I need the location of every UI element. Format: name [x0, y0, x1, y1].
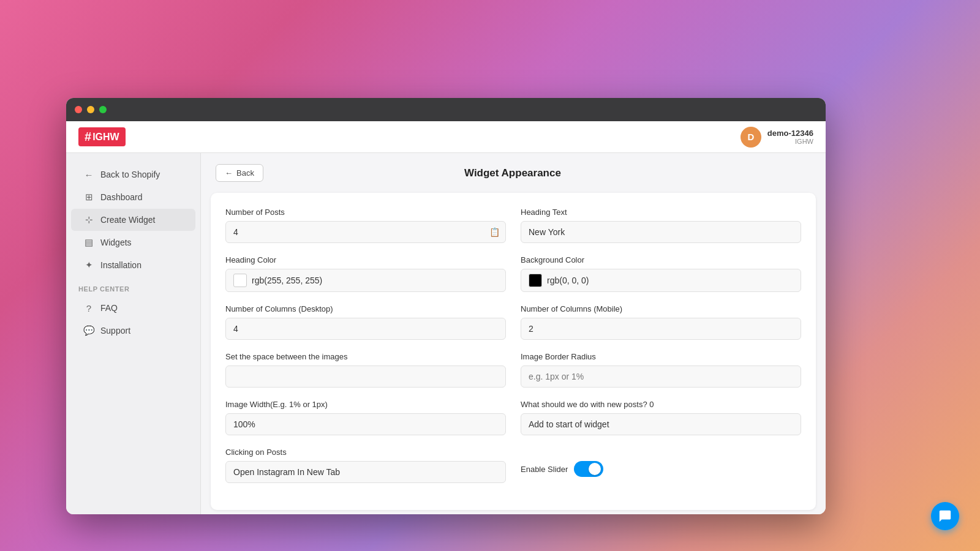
faq-icon: ? [83, 302, 94, 313]
form-row-4: Set the space between the images Image B… [225, 352, 801, 388]
maximize-button[interactable] [99, 106, 107, 113]
bg-color-wrapper[interactable]: rgb(0, 0, 0) [521, 269, 801, 292]
heading-color-value: rgb(255, 255, 255) [252, 276, 322, 285]
back-arrow-icon: ← [225, 168, 233, 178]
image-width-label: Image Width(E.g. 1% or 1px) [225, 400, 506, 409]
posts-input[interactable] [225, 221, 506, 243]
titlebar [66, 98, 826, 121]
form-row-6: Clicking on Posts Enable Slider [225, 448, 801, 483]
back-button-label: Back [236, 168, 254, 178]
posts-input-wrapper: 📋 [225, 221, 506, 243]
enable-slider-label: Enable Slider [521, 465, 568, 474]
form-group-col-mobile: Number of Columns (Mobile) [521, 304, 801, 340]
sidebar-item-label: Support [100, 326, 130, 335]
bg-color-swatch [529, 274, 542, 287]
app-header: # IGHW D demo-12346 IGHW [66, 121, 826, 153]
spacing-label: Set the space between the images [225, 352, 506, 361]
minimize-button[interactable] [87, 106, 94, 113]
sidebar-item-support[interactable]: 💬 Support [71, 320, 195, 342]
new-posts-input[interactable] [521, 413, 801, 435]
sidebar-item-dashboard[interactable]: ⊞ Dashboard [71, 186, 195, 208]
form-group-heading-color: Heading Color rgb(255, 255, 255) [225, 255, 506, 292]
sidebar-item-create-widget[interactable]: ⊹ Create Widget [71, 209, 195, 231]
logo-hash-icon: # [85, 130, 91, 144]
heading-color-swatch [233, 274, 247, 287]
col-mobile-input[interactable] [521, 318, 801, 340]
form-group-heading-text: Heading Text [521, 208, 801, 243]
app-window: # IGHW D demo-12346 IGHW ← Back to Shopi… [66, 98, 826, 514]
col-mobile-label: Number of Columns (Mobile) [521, 304, 801, 313]
user-sub: IGHW [767, 138, 813, 145]
user-name: demo-12346 [767, 129, 813, 138]
form-group-enable-slider: Enable Slider [521, 448, 801, 483]
bg-color-value: rgb(0, 0, 0) [547, 276, 589, 285]
chat-icon [938, 509, 952, 523]
form-row-5: Image Width(E.g. 1% or 1px) What should … [225, 400, 801, 435]
form-group-posts: Number of Posts 📋 [225, 208, 506, 243]
back-button[interactable]: ← Back [216, 164, 263, 182]
col-desktop-label: Number of Columns (Desktop) [225, 304, 506, 313]
sidebar: ← Back to Shopify ⊞ Dashboard ⊹ Create W… [66, 153, 201, 514]
clicking-label: Clicking on Posts [225, 448, 506, 457]
new-posts-label: What should we do with new posts? 0 [521, 400, 801, 409]
create-widget-icon: ⊹ [83, 214, 94, 225]
heading-text-label: Heading Text [521, 208, 801, 217]
main-layout: ← Back to Shopify ⊞ Dashboard ⊹ Create W… [66, 153, 826, 514]
clipboard-icon: 📋 [489, 227, 500, 237]
back-arrow-icon: ← [83, 169, 94, 180]
sidebar-item-faq[interactable]: ? FAQ [71, 297, 195, 319]
spacing-input[interactable] [225, 365, 506, 388]
heading-color-label: Heading Color [225, 255, 506, 264]
close-button[interactable] [75, 106, 82, 113]
posts-label: Number of Posts [225, 208, 506, 217]
installation-icon: ✦ [83, 260, 94, 271]
form-group-spacing: Set the space between the images [225, 352, 506, 388]
sidebar-item-label: Widgets [100, 238, 132, 247]
form-group-new-posts: What should we do with new posts? 0 [521, 400, 801, 435]
sidebar-item-widgets[interactable]: ▤ Widgets [71, 231, 195, 253]
sidebar-item-label: Create Widget [100, 215, 155, 225]
user-info: D demo-12346 IGHW [741, 127, 813, 148]
help-center-label: HELP CENTER [66, 277, 200, 296]
bg-color-label: Background Color [521, 255, 801, 264]
form-row-2: Heading Color rgb(255, 255, 255) Backgro… [225, 255, 801, 292]
form-group-image-width: Image Width(E.g. 1% or 1px) [225, 400, 506, 435]
avatar: D [741, 127, 761, 148]
traffic-lights [75, 106, 107, 113]
sidebar-item-back[interactable]: ← Back to Shopify [71, 163, 195, 186]
sidebar-item-installation[interactable]: ✦ Installation [71, 254, 195, 276]
image-width-input[interactable] [225, 413, 506, 435]
logo: # IGHW [78, 127, 126, 146]
clicking-input[interactable] [225, 461, 506, 483]
sidebar-item-label: Dashboard [100, 192, 143, 202]
logo-brand-text: IGHW [92, 132, 119, 143]
form-group-col-desktop: Number of Columns (Desktop) [225, 304, 506, 340]
dashboard-icon: ⊞ [83, 192, 94, 203]
support-icon: 💬 [83, 325, 94, 336]
form-group-bg-color: Background Color rgb(0, 0, 0) [521, 255, 801, 292]
border-radius-label: Image Border Radius [521, 352, 801, 361]
form-row-1: Number of Posts 📋 Heading Text [225, 208, 801, 243]
heading-color-wrapper[interactable]: rgb(255, 255, 255) [225, 269, 506, 292]
border-radius-input[interactable] [521, 365, 801, 388]
enable-slider-wrapper: Enable Slider [521, 461, 801, 477]
form-group-border-radius: Image Border Radius [521, 352, 801, 388]
sidebar-item-label: Installation [100, 260, 141, 270]
page-title: Widget Appearance [263, 167, 762, 179]
form-row-3: Number of Columns (Desktop) Number of Co… [225, 304, 801, 340]
content-area: ← Back Widget Appearance Number of Posts… [201, 153, 826, 514]
col-desktop-input[interactable] [225, 318, 506, 340]
form-container: Number of Posts 📋 Heading Text Head [211, 193, 816, 510]
sidebar-item-label: FAQ [100, 303, 118, 313]
toggle-slider-knob [574, 461, 603, 477]
user-details: demo-12346 IGHW [767, 129, 813, 145]
widgets-icon: ▤ [83, 237, 94, 248]
sidebar-item-label: Back to Shopify [100, 170, 160, 179]
enable-slider-toggle[interactable] [574, 461, 603, 477]
chat-bubble-button[interactable] [931, 502, 959, 530]
page-header: ← Back Widget Appearance [201, 153, 826, 193]
form-group-clicking: Clicking on Posts [225, 448, 506, 483]
heading-text-input[interactable] [521, 221, 801, 243]
